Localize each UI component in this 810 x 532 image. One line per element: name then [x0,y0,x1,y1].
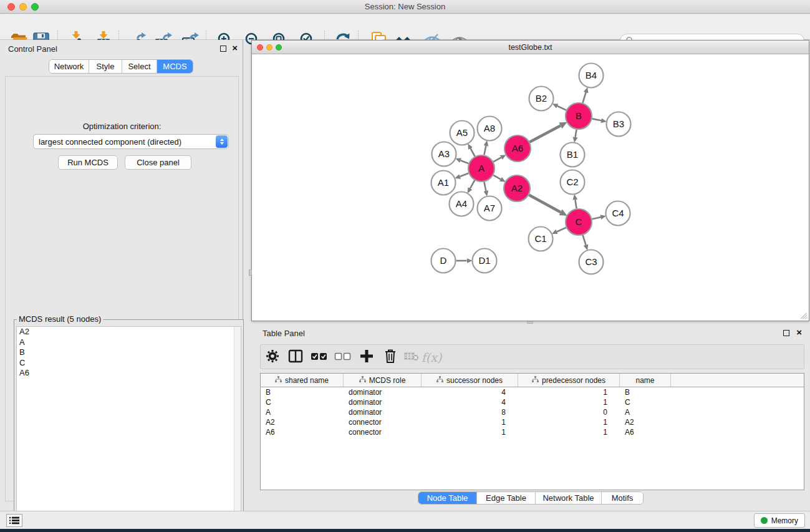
delete-column-button[interactable] [380,347,400,367]
graph-node-A1[interactable]: A1 [432,171,456,195]
table-row[interactable]: Adominator80A [261,407,804,417]
tab-select[interactable]: Select [122,60,157,73]
table-tab-node-table[interactable]: Node Table [418,492,477,504]
mcds-result-item[interactable]: C [17,358,241,369]
list-scrollbar[interactable] [234,327,241,532]
mcds-result-item[interactable]: A2 [17,327,241,337]
graph-node-A[interactable]: A [468,155,494,181]
table-options-gear-button[interactable] [263,347,282,367]
tab-mcds[interactable]: MCDS [157,60,193,73]
graph-edge[interactable] [575,200,576,208]
float-panel-icon[interactable] [220,46,226,52]
window-resize-grip[interactable] [800,312,808,320]
graph-node-C3[interactable]: C3 [579,250,604,274]
graph-edge[interactable] [484,182,486,191]
network-window-titlebar[interactable]: testGlobe.txt [252,41,809,54]
table-row[interactable]: Bdominator41B [261,387,804,397]
table-tab-network-table[interactable]: Network Table [536,492,602,504]
table-cell: 4 [422,397,518,407]
column-header-MCDS-role[interactable]: MCDS role [344,374,422,387]
graph-edge[interactable] [576,130,577,137]
graph-node-A6[interactable]: A6 [504,135,531,162]
float-table-panel-icon[interactable] [783,330,789,336]
svg-text:D1: D1 [478,255,490,266]
column-header-filler [671,374,804,387]
delete-table-button [402,347,422,367]
graph-edge[interactable] [529,125,560,142]
tab-network[interactable]: Network [49,60,89,73]
network-canvas[interactable]: B4B2BB3B1C2A5A8A6A3AA1A4A7A2CC4C1C3DD1 [252,54,809,321]
graph-node-A4[interactable]: A4 [450,192,474,216]
svg-text:D: D [440,255,447,266]
close-panel-button[interactable]: Close panel [125,155,191,170]
svg-text:B3: B3 [613,118,624,129]
table-row[interactable]: A2connector11A2 [261,417,804,427]
column-header-successor-nodes[interactable]: successor nodes [422,374,518,387]
memory-button[interactable]: Memory [754,513,805,528]
graph-node-B3[interactable]: B3 [607,112,631,137]
graph-edge[interactable] [461,160,469,163]
mcds-result-item[interactable]: B [17,347,241,358]
run-mcds-button[interactable]: Run MCDS [58,155,118,170]
graph-node-A5[interactable]: A5 [450,121,475,145]
vertical-splitter-grip[interactable] [249,269,252,276]
graph-edge[interactable] [493,157,501,162]
tab-style[interactable]: Style [89,60,122,73]
graph-node-C[interactable]: C [566,209,592,235]
window-title: Session: New Session [0,2,810,11]
table-tab-edge-table[interactable]: Edge Table [477,492,536,504]
graph-node-D1[interactable]: D1 [473,249,497,273]
select-all-checkboxes-button[interactable] [309,347,329,367]
table-tab-motifs[interactable]: Motifs [602,492,643,504]
column-header-predecessor-nodes[interactable]: predecessor nodes [518,374,620,387]
table-row[interactable]: A6connector11A6 [261,427,804,437]
graph-edge[interactable] [493,175,501,180]
graph-node-A3[interactable]: A3 [432,142,456,167]
svg-text:B1: B1 [567,149,578,160]
graph-edge[interactable] [460,173,469,177]
graph-edge[interactable] [582,92,586,103]
mcds-result-item[interactable]: A6 [17,368,241,379]
graph-edge[interactable] [470,180,475,188]
show-columns-button[interactable] [286,347,306,367]
table-cell: 1 [518,387,620,397]
close-panel-icon[interactable]: × [232,42,238,53]
graph-node-C1[interactable]: C1 [529,227,553,251]
graph-node-B1[interactable]: B1 [561,143,585,167]
horizontal-splitter-grip[interactable] [527,321,533,324]
graph-edge[interactable] [592,118,602,120]
graph-edge[interactable] [592,217,600,219]
graph-node-B4[interactable]: B4 [579,64,604,88]
svg-text:A3: A3 [438,148,450,159]
deselect-all-checkboxes-button[interactable] [333,347,353,367]
graph-edge[interactable] [471,148,475,157]
table-cell: B [620,387,671,397]
graph-node-A8[interactable]: A8 [478,117,502,141]
graph-node-B2[interactable]: B2 [529,87,554,111]
graph-node-A7[interactable]: A7 [478,196,502,221]
graph-node-D[interactable]: D [432,249,456,273]
control-panel: Control Panel × NetworkStyleSelectMCDS O… [0,40,243,511]
graph-node-B[interactable]: B [566,103,592,129]
svg-text:C2: C2 [566,177,578,187]
graph-edge[interactable] [529,195,561,213]
graph-edge[interactable] [557,228,566,232]
graph-node-C4[interactable]: C4 [606,201,630,226]
criterion-dropdown[interactable]: largest connected component (directed) [33,134,229,149]
graph-edge[interactable] [484,146,486,155]
deselect-all-checkboxes-icon [334,348,352,367]
graph-node-C2[interactable]: C2 [561,170,585,195]
graph-edge[interactable] [583,235,586,245]
column-header-name[interactable]: name [620,374,671,387]
mcds-result-item[interactable]: A [17,337,241,348]
task-history-button[interactable] [6,514,22,527]
table-cell: dominator [344,387,422,397]
table-cell: 1 [518,427,620,437]
close-table-panel-icon[interactable]: × [796,327,802,337]
add-column-button[interactable] [357,347,377,367]
graph-node-A2[interactable]: A2 [504,175,530,201]
graph-edge[interactable] [557,106,566,110]
table-row[interactable]: Cdominator41C [261,397,804,407]
mcds-result-list[interactable]: A2ABCA6 [16,326,241,532]
column-header-shared-name[interactable]: shared name [261,374,344,387]
